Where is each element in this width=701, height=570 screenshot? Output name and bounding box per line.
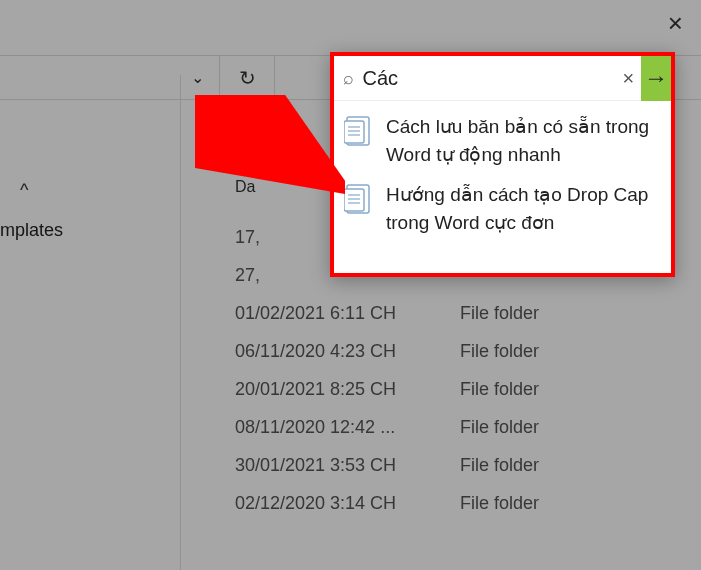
date-column-header[interactable]: Da xyxy=(235,178,255,196)
clear-search-button[interactable]: × xyxy=(615,67,641,90)
search-input[interactable] xyxy=(362,67,615,90)
svg-rect-6 xyxy=(344,189,364,211)
word-document-icon xyxy=(344,115,374,149)
sidebar-item-templates[interactable]: mplates xyxy=(0,210,180,251)
search-suggestion-item[interactable]: Cách lưu băn bản có sẵn trong Word tự độ… xyxy=(334,107,671,175)
type-cell: File folder xyxy=(460,455,610,476)
refresh-button[interactable]: ↻ xyxy=(220,55,275,100)
search-go-button[interactable]: → xyxy=(641,56,671,101)
suggestion-text: Cách lưu băn bản có sẵn trong Word tự độ… xyxy=(386,113,661,169)
type-cell: File folder xyxy=(460,493,610,514)
table-row[interactable]: 06/11/2020 4:23 CH File folder xyxy=(235,332,681,370)
table-row[interactable]: 02/12/2020 3:14 CH File folder xyxy=(235,484,681,522)
word-document-icon xyxy=(344,183,374,217)
suggestion-text: Hướng dẫn cách tạo Drop Cap trong Word c… xyxy=(386,181,661,237)
search-bar: ⌕ × → xyxy=(334,56,671,101)
table-row[interactable]: 08/11/2020 12:42 ... File folder xyxy=(235,408,681,446)
date-cell: 01/02/2021 6:11 CH xyxy=(235,303,460,324)
search-suggestion-item[interactable]: Hướng dẫn cách tạo Drop Cap trong Word c… xyxy=(334,175,671,243)
table-row[interactable]: 01/02/2021 6:11 CH File folder xyxy=(235,294,681,332)
date-cell: 20/01/2021 8:25 CH xyxy=(235,379,460,400)
table-row[interactable]: 30/01/2021 3:53 CH File folder xyxy=(235,446,681,484)
path-box[interactable]: ⌄ xyxy=(0,55,220,100)
search-suggestions: Cách lưu băn bản có sẵn trong Word tự độ… xyxy=(334,101,671,249)
search-icon: ⌕ xyxy=(334,68,362,89)
date-cell: 02/12/2020 3:14 CH xyxy=(235,493,460,514)
type-cell: File folder xyxy=(460,417,610,438)
date-cell: 08/11/2020 12:42 ... xyxy=(235,417,460,438)
type-cell: File folder xyxy=(460,303,610,324)
close-button[interactable]: × xyxy=(668,8,683,39)
search-popup: ⌕ × → Cách lưu băn bản có sẵn trong Word… xyxy=(330,52,675,277)
table-row[interactable]: 20/01/2021 8:25 CH File folder xyxy=(235,370,681,408)
type-cell: File folder xyxy=(460,341,610,362)
sidebar-list: mplates xyxy=(0,210,180,251)
chevron-down-icon: ⌄ xyxy=(191,68,204,87)
date-cell: 06/11/2020 4:23 CH xyxy=(235,341,460,362)
date-cell: 30/01/2021 3:53 CH xyxy=(235,455,460,476)
type-cell: File folder xyxy=(460,379,610,400)
svg-rect-1 xyxy=(344,121,364,143)
